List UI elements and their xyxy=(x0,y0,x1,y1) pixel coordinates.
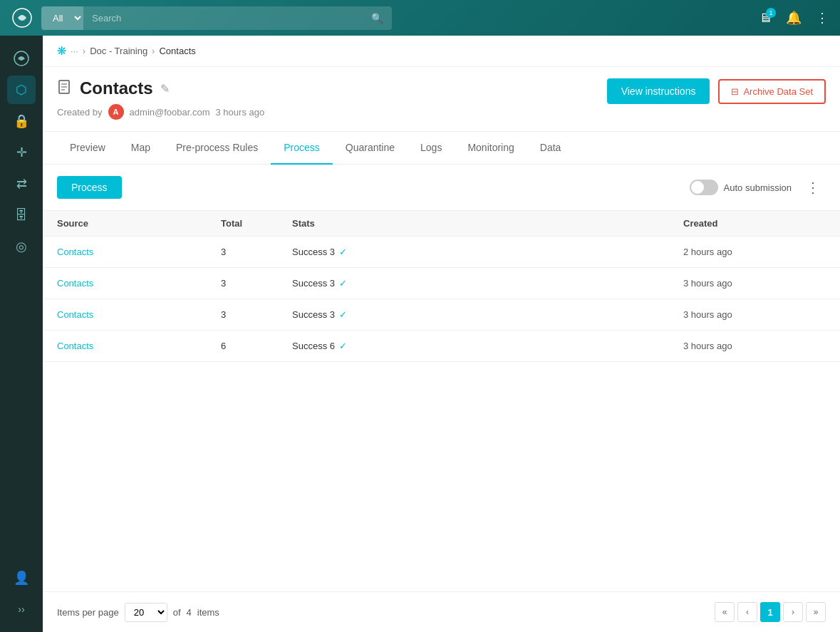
sidebar-item-profile[interactable]: 👤 xyxy=(7,564,36,592)
sidebar-item-database[interactable]: 🗄 xyxy=(7,201,36,229)
success-check-icon: ✓ xyxy=(339,341,347,351)
row-3-source[interactable]: Contacts xyxy=(57,309,221,320)
row-3-total: 3 xyxy=(221,309,292,320)
bell-icon: 🔔 xyxy=(786,11,802,25)
auto-submission-toggle[interactable] xyxy=(690,180,718,195)
items-per-page-label: Items per page xyxy=(57,607,119,618)
breadcrumb-dots[interactable]: ··· xyxy=(71,46,78,56)
page-header-left: Contacts ✎ Created by A admin@foobar.com… xyxy=(57,78,264,120)
database-icon: 🗄 xyxy=(15,208,28,223)
first-page-button[interactable]: « xyxy=(715,602,735,622)
row-1-created: 2 hours ago xyxy=(683,247,826,257)
page-header: Contacts ✎ Created by A admin@foobar.com… xyxy=(43,67,840,132)
last-page-button[interactable]: » xyxy=(806,602,826,622)
monitor-icon-button[interactable]: 🖥 1 xyxy=(759,11,772,26)
row-3-created: 3 hours ago xyxy=(683,309,826,320)
sidebar-item-users[interactable]: ✛ xyxy=(7,138,36,167)
success-check-icon: ✓ xyxy=(339,278,347,289)
search-button[interactable]: 🔍 xyxy=(363,7,392,29)
row-1-source[interactable]: Contacts xyxy=(57,247,221,257)
process-button[interactable]: Process xyxy=(57,176,122,199)
sidebar-item-logo[interactable] xyxy=(7,44,36,73)
sidebar-item-flows[interactable]: ⇄ xyxy=(7,170,36,198)
per-page-select[interactable]: 20 50 100 xyxy=(125,603,167,622)
breadcrumb-sep-2: › xyxy=(152,46,155,56)
tab-process[interactable]: Process xyxy=(271,132,333,165)
row-1-total: 3 xyxy=(221,247,292,257)
app-layout: ⬡ 🔒 ✛ ⇄ 🗄 ◎ 👤 ›› ❋ ··· › xyxy=(0,36,840,632)
tab-preprocess-rules[interactable]: Pre-process Rules xyxy=(163,132,271,165)
row-2-source[interactable]: Contacts xyxy=(57,278,221,289)
tab-monitoring[interactable]: Monitoring xyxy=(455,132,527,165)
flows-icon: ⇄ xyxy=(16,176,27,192)
table-header: Source Total Stats Created xyxy=(43,211,840,237)
toolbar-right: Auto submission ⋮ xyxy=(690,176,826,199)
table-row: Contacts 3 Success 3 ✓ 3 hours ago xyxy=(43,299,840,331)
content-area: Process Auto submission ⋮ Source Total S… xyxy=(43,165,840,591)
archive-icon: ⊟ xyxy=(731,86,739,97)
total-items: 4 xyxy=(187,607,192,618)
sidebar-item-analytics[interactable]: ◎ xyxy=(7,232,36,261)
col-source: Source xyxy=(57,218,221,229)
col-stats: Stats xyxy=(292,218,683,229)
edit-icon[interactable]: ✎ xyxy=(160,82,170,95)
integrations-icon: ⬡ xyxy=(16,82,27,98)
sidebar-expand-button[interactable]: ›› xyxy=(7,595,36,623)
dots-icon: ⋮ xyxy=(816,11,829,25)
created-time: 3 hours ago xyxy=(216,107,265,118)
of-label: of xyxy=(173,607,181,618)
row-2-total: 3 xyxy=(221,278,292,289)
table-row: Contacts 6 Success 6 ✓ 3 hours ago xyxy=(43,331,840,362)
main-content: ❋ ··· › Doc - Training › Contacts Contac… xyxy=(43,36,840,632)
success-check-icon: ✓ xyxy=(339,309,347,320)
row-4-total: 6 xyxy=(221,341,292,351)
top-nav: All 🔍 🖥 1 🔔 ⋮ xyxy=(0,0,840,36)
page-title: Contacts xyxy=(80,78,153,98)
row-2-stats: Success 3 ✓ xyxy=(292,278,683,289)
sidebar-item-security[interactable]: 🔒 xyxy=(7,107,36,135)
auto-submission-toggle-container: Auto submission xyxy=(690,180,792,195)
analytics-icon: ◎ xyxy=(16,239,27,254)
next-page-button[interactable]: › xyxy=(783,602,803,622)
tab-map[interactable]: Map xyxy=(118,132,163,165)
col-created: Created xyxy=(683,218,826,229)
search-category-select[interactable]: All xyxy=(41,6,83,30)
tab-preview[interactable]: Preview xyxy=(57,132,118,165)
archive-dataset-button[interactable]: ⊟ Archive Data Set xyxy=(718,79,826,104)
process-toolbar: Process Auto submission ⋮ xyxy=(43,165,840,211)
nav-icons: 🖥 1 🔔 ⋮ xyxy=(759,10,829,26)
search-input[interactable] xyxy=(83,7,363,29)
table-footer: Items per page 20 50 100 of 4 items « ‹ … xyxy=(43,591,840,632)
creator-email: admin@foobar.com xyxy=(130,107,210,118)
page-meta: Created by A admin@foobar.com 3 hours ag… xyxy=(57,104,264,120)
current-page: 1 xyxy=(760,602,780,622)
row-4-stats: Success 6 ✓ xyxy=(292,341,683,351)
page-header-actions: View instructions ⊟ Archive Data Set xyxy=(607,78,826,104)
toggle-knob xyxy=(691,181,704,194)
lock-icon: 🔒 xyxy=(14,113,29,129)
tab-data[interactable]: Data xyxy=(527,132,574,165)
row-4-created: 3 hours ago xyxy=(683,341,826,351)
breadcrumb-parent-link[interactable]: Doc - Training xyxy=(90,46,147,56)
footer-right: « ‹ 1 › » xyxy=(715,602,826,622)
chevron-right-icon: ›› xyxy=(18,603,24,615)
row-2-created: 3 hours ago xyxy=(683,278,826,289)
row-3-stats: Success 3 ✓ xyxy=(292,309,683,320)
search-bar: All 🔍 xyxy=(41,6,392,30)
view-instructions-button[interactable]: View instructions xyxy=(607,78,710,104)
more-menu-button[interactable]: ⋮ xyxy=(816,10,829,26)
users-icon: ✛ xyxy=(16,145,27,160)
created-by-label: Created by xyxy=(57,107,103,118)
tab-logs[interactable]: Logs xyxy=(408,132,455,165)
tab-bar: Preview Map Pre-process Rules Process Qu… xyxy=(43,132,840,165)
breadcrumb-sep-1: › xyxy=(83,46,85,56)
more-options-button[interactable]: ⋮ xyxy=(800,176,826,199)
tab-quarantine[interactable]: Quarantine xyxy=(333,132,408,165)
sidebar: ⬡ 🔒 ✛ ⇄ 🗄 ◎ 👤 ›› xyxy=(0,36,43,632)
notifications-button[interactable]: 🔔 xyxy=(786,10,802,26)
profile-icon: 👤 xyxy=(14,570,29,586)
prev-page-button[interactable]: ‹ xyxy=(737,602,757,622)
page-doc-icon xyxy=(57,79,73,98)
sidebar-item-integrations[interactable]: ⬡ xyxy=(7,76,36,104)
row-4-source[interactable]: Contacts xyxy=(57,341,221,351)
